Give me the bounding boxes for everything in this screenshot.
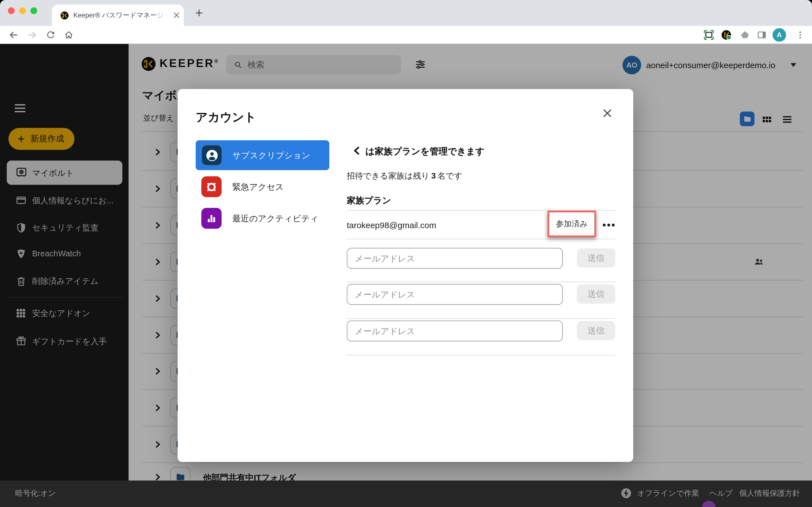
modal-close-icon[interactable] — [602, 106, 616, 121]
browser-profile-avatar[interactable]: A — [772, 28, 786, 42]
screen-capture-icon[interactable] — [703, 29, 715, 41]
panel-divider — [347, 318, 615, 319]
back-icon[interactable] — [8, 30, 18, 40]
back-chevron-left-icon[interactable] — [352, 147, 361, 155]
modal-nav-subscription[interactable]: サブスクリプション — [196, 140, 329, 170]
activity-bar-chart-icon — [201, 208, 221, 229]
modal-nav-label: サブスクリプション — [232, 151, 310, 161]
window-close-button[interactable] — [8, 7, 15, 14]
modal-nav-recent-activity[interactable]: 最近のアクティビティ — [196, 205, 329, 231]
modal-nav-label: 最近のアクティビティ — [232, 214, 319, 224]
invite-note-suffix: 名です — [438, 171, 462, 180]
invite-remaining-note: 招待できる家族は残り3名です — [347, 171, 462, 181]
member-status-annotation: 参加済み — [548, 211, 596, 237]
home-icon[interactable] — [64, 30, 74, 40]
new-tab-button[interactable] — [194, 8, 204, 18]
extensions-puzzle-icon[interactable] — [740, 30, 750, 40]
browser-toolbar: keepersecurity.com/vault/# A — [0, 26, 812, 44]
tab-favicon-keeper-icon — [60, 11, 69, 20]
invite-note-prefix: 招待できる家族は残り — [347, 171, 429, 180]
member-options-button[interactable] — [603, 224, 614, 226]
window-zoom-button[interactable] — [31, 7, 37, 14]
forward-icon[interactable] — [27, 30, 37, 40]
account-modal: アカウント サブスクリプション 緊急アクセス 最近のアクティビティ — [177, 89, 633, 462]
tab-title: Keeper® パスワードマネージャー — [73, 11, 168, 20]
send-invite-button-1[interactable]: 送信 — [577, 248, 615, 268]
subscription-person-icon — [201, 145, 222, 166]
browser-menu-dots-icon[interactable] — [795, 30, 805, 40]
family-plan-heading: は家族プランを管理できます — [365, 146, 485, 158]
family-plan-section-title: 家族プラン — [347, 195, 391, 207]
modal-nav-emergency-access[interactable]: 緊急アクセス — [196, 173, 329, 200]
side-panel-icon[interactable] — [757, 30, 767, 40]
send-invite-button-2[interactable]: 送信 — [577, 284, 615, 304]
panel-divider — [347, 239, 615, 239]
emergency-lifebuoy-icon — [201, 176, 221, 197]
member-email: tarokeep98@gmail.com — [347, 220, 436, 230]
modal-title: アカウント — [196, 109, 256, 125]
modal-nav-label: 緊急アクセス — [232, 182, 284, 193]
invite-note-count: 3 — [431, 171, 436, 180]
invite-email-input-1[interactable] — [347, 248, 563, 269]
browser-tabstrip: Keeper® パスワードマネージャー — [0, 0, 812, 26]
invite-email-input-3[interactable] — [347, 321, 563, 341]
window-minimize-button[interactable] — [19, 7, 26, 14]
member-status-badge: 参加済み — [556, 219, 588, 229]
panel-divider — [347, 355, 615, 355]
invite-email-input-2[interactable] — [347, 284, 563, 305]
keeper-extension-icon[interactable] — [721, 29, 732, 41]
reload-icon[interactable] — [46, 30, 55, 40]
browser-tab[interactable]: Keeper® パスワードマネージャー — [52, 4, 184, 26]
send-invite-button-3[interactable]: 送信 — [577, 321, 615, 340]
tab-close-icon[interactable] — [172, 11, 181, 19]
panel-divider — [347, 282, 615, 282]
